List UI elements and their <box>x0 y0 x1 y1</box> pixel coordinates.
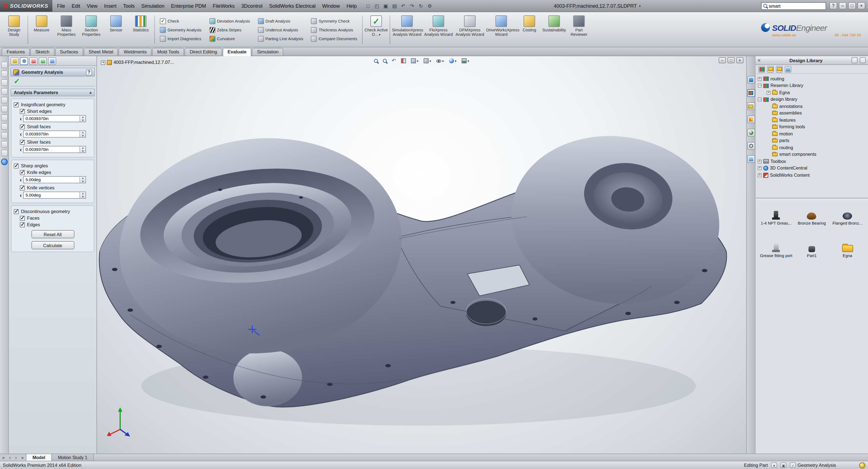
appearances-scenes-tab[interactable] <box>747 129 755 136</box>
sliver-faces-input[interactable] <box>24 146 80 153</box>
short-edges-field[interactable]: ▲▼ <box>24 115 86 122</box>
costing-button[interactable]: Costing <box>517 13 542 46</box>
tree-expander-icon[interactable] <box>101 60 105 65</box>
quick-tips-icon[interactable] <box>859 462 865 468</box>
view-orientation-button[interactable] <box>409 57 420 64</box>
symmetry-check-button[interactable]: Symmetry Check <box>309 17 359 25</box>
expander-icon[interactable] <box>758 84 762 88</box>
scroll-last-icon[interactable]: » <box>21 455 24 460</box>
driveworksxpress-wizard-button[interactable]: DriveWorksXpress Wizard <box>486 13 517 46</box>
expander-icon[interactable] <box>758 167 762 170</box>
tab-mold-tools[interactable]: Mold Tools <box>152 48 184 56</box>
left-toolbar-button-1[interactable] <box>1 62 7 68</box>
open-icon[interactable]: ◰ <box>373 2 380 9</box>
configuration-manager-tab[interactable] <box>29 57 37 65</box>
zoom-to-area-button[interactable] <box>382 58 388 64</box>
left-toolbar-button-2[interactable] <box>1 70 7 77</box>
knife-vertices-input[interactable] <box>24 192 80 198</box>
property-manager-tab[interactable] <box>20 57 28 65</box>
geometry-analysis-button[interactable]: Geometry Analysis <box>158 26 203 34</box>
feature-tree-flyout[interactable]: 4003-FFP,machined,12.7.07... <box>101 60 174 65</box>
compare-documents-button[interactable]: Compare Documents <box>309 34 359 43</box>
sensor-button[interactable]: Sensor <box>103 13 128 46</box>
floxpress-wizard-button[interactable]: FloXpress Analysis Wizard <box>423 13 454 46</box>
tab-features[interactable]: Features <box>2 48 30 56</box>
add-file-location-icon[interactable] <box>767 66 774 72</box>
left-toolbar-button-7[interactable] <box>1 114 7 121</box>
scroll-first-icon[interactable]: « <box>2 455 5 460</box>
expander-icon[interactable] <box>758 173 762 177</box>
tree-item-3d-contentcentral[interactable]: 3D ContentCentral <box>758 165 867 172</box>
library-splitter[interactable] <box>755 197 868 200</box>
edit-appearance-button[interactable] <box>448 57 458 64</box>
parting-line-analysis-button[interactable]: Parting Line Analysis <box>256 34 305 43</box>
doc-restore-button[interactable]: □ <box>727 57 735 63</box>
solidworks-resources-tab[interactable] <box>747 76 755 84</box>
close-button[interactable]: × <box>858 2 865 9</box>
reset-all-button[interactable]: Reset All <box>31 230 74 238</box>
small-faces-field[interactable]: ▲▼ <box>24 130 86 138</box>
small-faces-spinner[interactable]: ▲▼ <box>80 131 86 137</box>
scroll-prev-icon[interactable]: ‹ <box>9 455 10 460</box>
refresh-icon[interactable] <box>785 66 792 72</box>
display-style-button[interactable] <box>423 57 432 64</box>
knife-vertices-field[interactable]: ▲▼ <box>24 192 86 199</box>
menu-edit[interactable]: Edit <box>68 0 84 11</box>
menu-solidworks-electrical[interactable]: SolidWorks Electrical <box>266 0 319 11</box>
expander-icon[interactable] <box>758 77 762 81</box>
doc-minimize-button[interactable]: – <box>719 57 726 63</box>
check-active-document-button[interactable]: ✓ Check Active D... <box>364 13 389 46</box>
knife-edges-input[interactable] <box>24 177 80 183</box>
restore-button[interactable]: □ <box>848 2 856 9</box>
measure-button[interactable]: Measure <box>29 13 54 46</box>
tab-direct-editing[interactable]: Direct Editing <box>185 48 222 56</box>
menu-insert[interactable]: Insert <box>101 0 120 11</box>
short-edges-spinner[interactable]: ▲▼ <box>80 115 86 122</box>
left-toolbar-button-9[interactable] <box>1 132 7 139</box>
search-input[interactable] <box>769 3 830 8</box>
hide-show-items-button[interactable] <box>435 58 445 64</box>
tree-item-motion[interactable]: motion <box>758 130 867 137</box>
menu-window[interactable]: Window <box>319 0 343 11</box>
units-icon[interactable]: ▾ <box>771 462 777 468</box>
expander-icon[interactable] <box>767 91 771 95</box>
tag-icon[interactable]: ▣ <box>780 462 786 468</box>
pane-options-icon[interactable] <box>860 57 866 63</box>
small-faces-input[interactable] <box>24 131 80 137</box>
check-button[interactable]: ✓ Check <box>158 17 203 25</box>
tree-item-egna[interactable]: Egna <box>758 89 867 96</box>
zoom-to-fit-button[interactable] <box>373 58 379 64</box>
knife-edges-checkbox[interactable]: Knife edges <box>20 170 92 175</box>
collapse-arrow-icon[interactable]: ▴ <box>90 90 92 95</box>
tree-item-assemblies[interactable]: assemblies <box>758 110 867 117</box>
section-view-button[interactable] <box>400 57 407 64</box>
undercut-analysis-button[interactable]: Undercut Analysis <box>256 26 305 34</box>
part-reviewer-button[interactable]: Part Reviewer <box>566 13 591 46</box>
design-library-tab[interactable] <box>747 89 755 97</box>
tree-item-resemin-library[interactable]: Resemin Library <box>758 82 867 89</box>
calculate-button[interactable]: Calculate <box>31 241 74 249</box>
insignificant-geometry-checkbox[interactable]: Insignificant geometry <box>14 102 92 107</box>
document-recovery-tab[interactable] <box>747 155 755 163</box>
expander-icon[interactable] <box>758 98 762 102</box>
ok-check-icon[interactable]: ✓ <box>14 78 20 85</box>
tab-sketch[interactable]: Sketch <box>30 48 54 56</box>
undo-icon[interactable]: ↶ <box>400 2 407 9</box>
left-toolbar-button-4[interactable] <box>1 88 7 95</box>
short-edges-input[interactable] <box>24 115 80 122</box>
left-toolbar-button-8[interactable] <box>1 123 7 130</box>
statistics-button[interactable]: Statistics <box>128 13 153 46</box>
add-to-library-icon[interactable] <box>758 66 765 72</box>
search-box[interactable] <box>761 2 826 10</box>
library-item-egna[interactable]: Egna <box>830 239 865 262</box>
edges-checkbox[interactable]: Edges <box>20 222 92 227</box>
library-item-flanged-bronze[interactable]: Flanged Bronz... <box>830 206 865 230</box>
sliver-faces-field[interactable]: ▲▼ <box>24 146 86 153</box>
thickness-analysis-button[interactable]: Thickness Analysis <box>309 26 359 34</box>
sharp-angles-checkbox[interactable]: Sharp angles <box>14 163 92 168</box>
small-faces-checkbox[interactable]: Small faces <box>20 124 92 129</box>
display-manager-tab[interactable] <box>48 57 56 65</box>
analysis-parameters-header[interactable]: Analysis Parameters ▴ <box>10 89 95 96</box>
menu-file[interactable]: File <box>54 0 68 11</box>
left-toolbar-button-3[interactable] <box>1 79 7 86</box>
